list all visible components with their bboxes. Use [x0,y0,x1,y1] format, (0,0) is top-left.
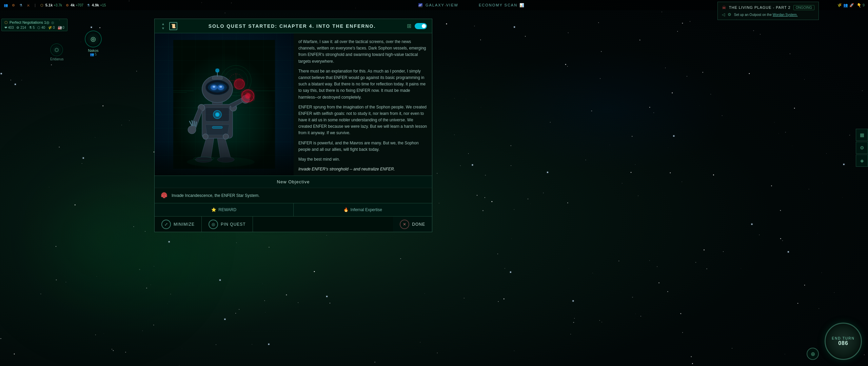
quest-para-3: ENFER sprung from the imagination of the… [298,104,427,137]
map-node-nakos[interactable]: ◎ Nakos 👥 5 [85,30,102,56]
quest-header-left: ▲ ▼ 📜 [160,22,177,30]
svg-point-36 [203,134,208,139]
svg-point-31 [219,86,222,88]
mission-link[interactable]: Wordan System. [773,13,798,17]
nakos-sub: 👥 5 [85,53,102,56]
dust-icon: ⬡ [40,3,44,7]
end-turn-inner: END TURN 086 [825,323,862,360]
minimize-button[interactable]: ⤢ Minimize [155,217,202,232]
edge-settings-button[interactable]: ⚙ [856,142,868,154]
minimize-label: Minimize [174,222,195,227]
science-icon2: ⚗ [86,3,91,7]
economy-scan-button[interactable]: ECONOMY SCAN 📊 [479,3,525,7]
pin-icon: ◎ [212,222,215,227]
notif-val-2: ⚙ 214 [16,26,26,29]
done-x-icon-circle: ✕ [400,220,409,229]
quest-dialog: ▲ ▼ 📜 SOLO QUEST STARTED: CHAPTER 4. INT… [154,19,432,232]
quest-scroll-icon: 📜 [169,22,177,30]
eridanus-label: Eridanus [50,57,63,61]
svg-point-8 [217,157,234,162]
scroll-down-arrow[interactable]: ▼ [160,26,166,30]
scroll-up-arrow[interactable]: ▲ [160,22,166,26]
quest-para-1: of Warfare, I saw it: all over the tacti… [298,39,427,65]
science-icon: ⚗ [18,3,23,7]
nakos-planet-icon: ◎ [91,35,96,43]
hud-population: 👥 [3,3,8,7]
industry-icon2: ⚙ [65,3,70,7]
notification-text: Perfect Negotiations 1◎ [9,20,50,25]
quest-tab-infernal[interactable]: 🔥 Infernal Expertise [294,203,432,216]
pin-icon-circle: ◎ [209,220,218,229]
right-edge-buttons: ▦ ⚙ ◈ [856,129,868,167]
nakos-pop-icon: 👥 [90,53,94,56]
filter1-icon: ▦ [860,132,864,138]
end-turn-number: 086 [838,340,848,346]
svg-point-34 [216,69,219,72]
industry-icon: ⚙ [11,3,16,7]
minimize-icon: ⤢ [164,222,168,227]
industry-delta: +707 [76,3,83,7]
mission-header: ☠ THE LIVING PLAGUE - PART 2 ONGOING [722,5,814,10]
objective-text-content: Invade ENFER's stronghold -- and neutral… [298,167,395,171]
pop-count-value: 9 [863,3,865,7]
galaxy-view-icon: 🌌 [418,3,423,7]
edge-filter-button-2[interactable]: ◈ [856,155,868,167]
mission-skull-icon: ☠ [722,5,726,10]
notif-val-6: 🏭 0 [58,26,64,29]
quest-toggle[interactable] [415,23,427,29]
end-turn-button[interactable]: END TURN 086 [825,323,862,360]
quest-tab-reward[interactable]: ⭐ REWARD [155,203,294,216]
hud-resources: 👥 ⚙ ⚗ ⚔ | ⬡ 5.1k +3.7k ⚙ 4k +707 ⚗ 4.9k … [3,3,106,7]
economy-scan-label: ECONOMY SCAN [479,3,517,7]
pop2-icon: 👥 [843,3,848,7]
ship-icon: 🚀 [849,3,854,7]
quest-image-panel [155,33,294,176]
quest-window-button[interactable]: ⊞ [407,23,411,29]
food-icon: 🌾 [837,3,842,7]
map-node-eridanus[interactable]: ⬡ Eridanus [50,43,63,61]
notification-arrow: ◎ [51,21,54,24]
compass-widget[interactable]: ⊕ [807,348,819,360]
galaxy-view-button[interactable]: 🌌 GALAXY VIEW [418,3,458,7]
filter2-icon: ◈ [860,158,864,163]
nakos-label: Nakos [85,48,102,53]
notif-val-3: ⚗ 5 [29,26,35,29]
quest-header: ▲ ▼ 📜 SOLO QUEST STARTED: CHAPTER 4. INT… [155,19,432,33]
svg-point-30 [213,86,215,88]
quest-header-right: ⊞ [407,23,427,29]
done-x-icon: ✕ [403,222,407,227]
svg-rect-35 [212,126,222,128]
reward-tab-label: REWARD [218,207,236,212]
hud-science-icon: ⚗ [18,3,23,7]
economy-scan-icon: 📊 [519,3,525,7]
objective-helmet-icon [160,191,168,200]
pin-label: Pin Quest [221,222,246,227]
mission-title: THE LIVING PLAGUE - PART 2 [729,5,791,9]
done-button[interactable]: ✕ Done [393,217,432,232]
pop-down-icon: 👇 [857,3,862,7]
mission-nav-button[interactable]: ◁ [722,12,725,17]
industry-value: 4k [71,3,75,7]
quest-tabs: ⭐ REWARD 🔥 Infernal Expertise [155,203,432,216]
svg-point-15 [188,126,196,134]
hud-manpower-icon: ⚔ [26,3,31,7]
top-right-count: 👇 9 [857,3,865,7]
svg-line-19 [196,122,196,126]
notification-icon: ⬡ [4,20,8,25]
nakos-circle: ◎ [85,30,102,47]
objective-item-text: Invade Incandescence, the ENFER Star Sys… [172,193,259,198]
dust-delta: +3.7k [54,3,62,7]
edge-filter-button-1[interactable]: ▦ [856,129,868,141]
science-value: 4.9k [92,3,99,7]
hud-industry-value: ⚙ 4k +707 [65,3,83,7]
population-icon: 👥 [3,3,8,7]
compass-inner: ⊕ [807,348,819,360]
pin-quest-button[interactable]: ◎ Pin Quest [202,217,253,232]
eridanus-planet-icon: ⬡ [55,47,59,53]
quest-para-2: There must be an explanation for this. A… [298,68,427,101]
mission-desc-text: Set up an Outpost on the [734,13,772,17]
dust-value: 5.1k [45,3,53,7]
mission-settings-button[interactable]: ⚙ [728,12,731,17]
top-right-resource-icons: 🌾 👥 🚀 [837,3,854,7]
perfect-negotiations-notification[interactable]: ⬡ Perfect Negotiations 1◎ ◎ ❤ 403 ⚙ 214 … [1,19,67,31]
